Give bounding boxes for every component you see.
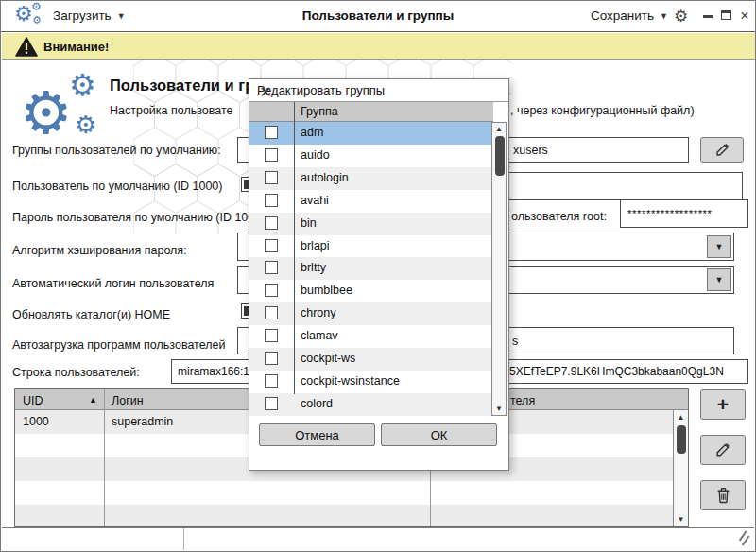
save-menu-button[interactable]: Сохранить▼: [591, 9, 668, 23]
autostart-value: s: [512, 335, 518, 348]
group-label: adm: [301, 126, 323, 139]
scroll-down-icon[interactable]: ▼: [492, 405, 506, 413]
group-checkbox[interactable]: [265, 374, 278, 388]
group-row[interactable]: cockpit-ws: [249, 348, 493, 371]
warning-icon: [15, 37, 38, 57]
page-subtitle-right: , через конфигурационный файл): [510, 104, 695, 117]
group-checkbox[interactable]: [265, 306, 278, 319]
status-divider: [183, 528, 184, 550]
group-row[interactable]: auido: [249, 145, 493, 167]
group-label: bin: [301, 216, 317, 230]
group-row[interactable]: colord: [249, 393, 493, 416]
group-row[interactable]: bumblbee: [249, 280, 493, 302]
table-header-login[interactable]: Логин: [112, 394, 144, 407]
default-user-label: Пользователь по умолчанию (ID 1000): [12, 180, 223, 193]
add-user-button[interactable]: +: [700, 389, 746, 420]
group-checkbox[interactable]: [265, 397, 278, 410]
group-checkbox[interactable]: [265, 329, 278, 342]
edit-user-button[interactable]: [700, 435, 746, 465]
cancel-button[interactable]: Отмена: [259, 423, 375, 446]
group-list: admauidoautologinavahibinbrlapibrlttybum…: [249, 122, 493, 416]
group-checkbox[interactable]: [265, 194, 278, 207]
users-table-scrollbar[interactable]: ▲ ▼: [673, 410, 688, 526]
page-subtitle-left: Настройка пользовате: [110, 104, 233, 117]
update-home-label: Обновлять каталог(и) HOME: [12, 308, 170, 321]
cell-login: superadmin: [112, 415, 173, 428]
hash-algorithm-label: Алгоритм хэширования пароля:: [12, 244, 187, 257]
group-row[interactable]: avahi: [249, 190, 493, 213]
scroll-down-icon[interactable]: ▼: [674, 515, 688, 524]
root-password-value: ******************: [627, 208, 713, 219]
group-checkbox[interactable]: [265, 284, 278, 297]
group-row[interactable]: adm: [249, 122, 493, 145]
group-row[interactable]: chrony: [249, 302, 493, 325]
group-label: clamav: [301, 329, 338, 342]
group-row[interactable]: brlapi: [249, 235, 493, 258]
status-bar: [2, 527, 754, 550]
group-checkbox[interactable]: [265, 171, 278, 184]
group-label: avahi: [301, 194, 329, 207]
group-label: cockpit-wsinstance: [301, 374, 400, 388]
group-checkbox[interactable]: [265, 352, 278, 365]
users-string-right: 5XEfTeEP7.9LK6HmQC3bkabaan0QgL3N: [509, 365, 724, 378]
dialog-close-button[interactable]: ✕: [257, 83, 274, 101]
chevron-down-icon[interactable]: ▼: [707, 235, 731, 258]
group-label: colord: [301, 397, 333, 410]
resize-grip-icon[interactable]: [733, 532, 748, 545]
root-password-input[interactable]: ******************: [620, 199, 748, 228]
close-button[interactable]: ×: [737, 9, 752, 24]
group-row[interactable]: cockpit-wsinstance: [249, 371, 493, 393]
edit-groups-dialog: Редактировать группы ✕ Группа admauidoau…: [249, 78, 509, 471]
users-string-left: miramax166:10: [178, 365, 256, 378]
group-checkbox[interactable]: [265, 216, 278, 230]
scroll-up-icon[interactable]: ▲: [492, 125, 506, 133]
group-row[interactable]: clamav: [249, 325, 493, 348]
plus-icon: +: [717, 393, 729, 416]
table-header-username[interactable]: теля: [510, 394, 535, 407]
dialog-scrollbar[interactable]: ▲ ▼: [491, 122, 507, 416]
edit-groups-button[interactable]: [700, 137, 744, 163]
users-string-label: Строка пользователей:: [12, 366, 140, 379]
group-label: brltty: [301, 261, 326, 274]
delete-user-button[interactable]: [700, 480, 746, 510]
dialog-title: Редактировать группы: [257, 83, 385, 97]
ok-button[interactable]: ОК: [381, 423, 497, 446]
group-label: chrony: [301, 306, 336, 319]
group-checkbox[interactable]: [265, 148, 278, 162]
group-label: bumblbee: [301, 284, 352, 297]
scroll-thumb[interactable]: [677, 425, 686, 454]
table-header-uid[interactable]: UID: [23, 394, 43, 407]
chevron-down-icon[interactable]: ▼: [707, 268, 731, 291]
default-groups-value: xusers: [513, 144, 548, 157]
window-titlebar: ⚙ ⚙ ⚙ Загрузить▼ Пользователи и группы С…: [1, 1, 755, 32]
group-row[interactable]: bin: [249, 213, 493, 235]
scroll-thumb[interactable]: [495, 136, 505, 176]
group-row[interactable]: autologin: [249, 167, 493, 190]
group-label: autologin: [301, 171, 349, 184]
autologin-label: Автоматический логин пользователя: [12, 277, 214, 290]
group-checkbox[interactable]: [265, 126, 278, 139]
table-row[interactable]: [15, 481, 675, 505]
group-checkbox[interactable]: [265, 239, 278, 252]
default-password-label: Пароль пользователя по умолчанию (ID 100…: [12, 211, 265, 224]
maximize-button[interactable]: [718, 9, 733, 24]
table-row[interactable]: [15, 505, 675, 526]
sort-ascending-icon: ▲: [89, 395, 97, 405]
pencil-icon: [714, 441, 731, 458]
scroll-up-icon[interactable]: ▲: [674, 413, 688, 422]
save-menu-label: Сохранить: [591, 9, 654, 23]
group-checkbox[interactable]: [265, 261, 278, 274]
app-window: ⚙ ⚙ ⚙ Загрузить▼ Пользователи и группы С…: [0, 0, 756, 552]
cell-uid: 1000: [23, 415, 49, 428]
chevron-down-icon: ▼: [660, 11, 668, 21]
trash-icon: [715, 487, 731, 504]
settings-gear-icon[interactable]: ⚙: [674, 7, 688, 26]
dialog-titlebar: Редактировать группы ✕: [249, 79, 508, 102]
group-label: auido: [301, 148, 330, 162]
pencil-icon: [714, 142, 730, 158]
group-row[interactable]: brltty: [249, 257, 493, 280]
group-label: brlapi: [301, 239, 330, 252]
minimize-button[interactable]: [700, 9, 715, 24]
default-groups-label: Группы пользователей по умолчанию:: [12, 144, 221, 157]
group-column-header[interactable]: Группа: [301, 105, 338, 118]
